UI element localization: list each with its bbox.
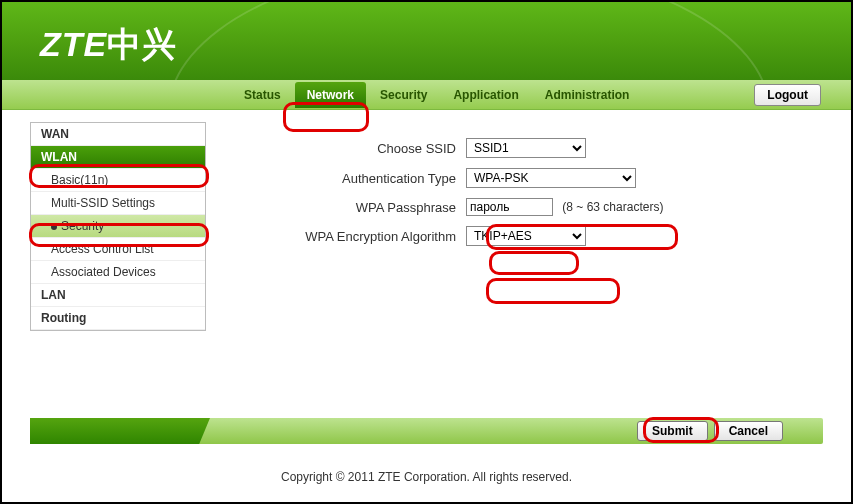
copyright-footer: Copyright © 2011 ZTE Corporation. All ri… [2, 470, 851, 484]
sidebar-item-wan[interactable]: WAN [31, 123, 205, 146]
tab-administration[interactable]: Administration [533, 82, 642, 108]
passphrase-hint: (8 ~ 63 characters) [562, 200, 663, 214]
main-tab-bar: Status Network Security Application Admi… [2, 80, 851, 110]
sidebar-item-wlan[interactable]: WLAN [31, 146, 205, 169]
brand-en: ZTE [40, 25, 107, 63]
tab-security[interactable]: Security [368, 82, 439, 108]
sidebar-item-security-label: Security [61, 219, 104, 233]
header-banner: ZTE中兴 [2, 2, 851, 80]
tab-network[interactable]: Network [295, 82, 366, 108]
encryption-label: WPA Encryption Algorithm [236, 229, 466, 244]
auth-type-select[interactable]: WPA-PSK [466, 168, 636, 188]
sidebar: WAN WLAN Basic(11n) Multi-SSID Settings … [30, 122, 206, 331]
choose-ssid-select[interactable]: SSID1 [466, 138, 586, 158]
sidebar-item-routing[interactable]: Routing [31, 307, 205, 330]
sidebar-item-multi-ssid[interactable]: Multi-SSID Settings [31, 192, 205, 215]
choose-ssid-label: Choose SSID [236, 141, 466, 156]
brand-cn: 中兴 [107, 25, 177, 63]
passphrase-label: WPA Passphrase [236, 200, 466, 215]
content-panel: Choose SSID SSID1 Authentication Type WP… [206, 110, 851, 331]
sidebar-item-basic[interactable]: Basic(11n) [31, 169, 205, 192]
action-bar: Submit Cancel [30, 418, 823, 444]
encryption-select[interactable]: TKIP+AES [466, 226, 586, 246]
logout-button[interactable]: Logout [754, 84, 821, 106]
auth-type-label: Authentication Type [236, 171, 466, 186]
submit-button[interactable]: Submit [637, 421, 708, 441]
brand-logo: ZTE中兴 [40, 22, 177, 68]
tab-status[interactable]: Status [232, 82, 293, 108]
cancel-button[interactable]: Cancel [714, 421, 783, 441]
tab-application[interactable]: Application [441, 82, 530, 108]
sidebar-item-security[interactable]: Security [31, 215, 205, 238]
sidebar-item-associated[interactable]: Associated Devices [31, 261, 205, 284]
bullet-icon [51, 224, 57, 230]
passphrase-input[interactable] [466, 198, 553, 216]
sidebar-item-acl[interactable]: Access Control List [31, 238, 205, 261]
sidebar-item-lan[interactable]: LAN [31, 284, 205, 307]
